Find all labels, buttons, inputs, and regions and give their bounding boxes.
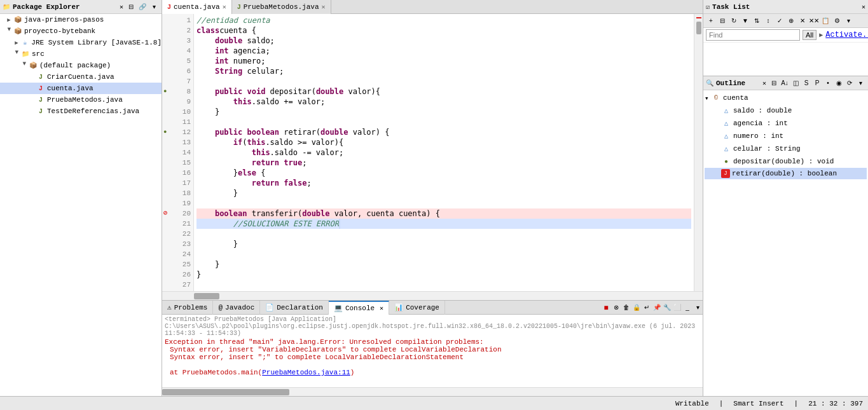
task-check2-btn[interactable]: ⊕ xyxy=(786,16,796,26)
task-view-btn[interactable]: ▾ xyxy=(843,16,853,26)
outline-collapse-btn[interactable]: ⊟ xyxy=(769,78,779,88)
code-line-23: } xyxy=(196,239,691,249)
tab-javadoc[interactable]: @ Javadoc xyxy=(213,301,260,315)
tree-item-default-package[interactable]: ▶ 📦 (default package) xyxy=(0,60,162,71)
task-refresh-btn[interactable]: ↻ xyxy=(729,16,739,26)
task-all-btn[interactable]: All xyxy=(803,30,816,40)
h-scroll-thumb[interactable] xyxy=(194,293,219,299)
link-editor-button[interactable]: 🔗 xyxy=(137,2,148,12)
tab-prueba[interactable]: J PruebaMetodos.java ✕ xyxy=(232,0,331,14)
outline-item-cuenta[interactable]: ▾ © cuenta xyxy=(705,92,867,104)
tree-item-test-referencias[interactable]: J TestDeReferencias.java xyxy=(0,106,162,117)
code-line-27 xyxy=(196,280,691,290)
outline-item-depositar[interactable]: ● depositar(double) : void xyxy=(705,155,867,168)
terminate-button[interactable]: ⊗ xyxy=(611,303,621,313)
task-delall-btn[interactable]: ✕✕ xyxy=(809,16,819,26)
clear-console-button[interactable]: 🗑 xyxy=(621,303,631,313)
outline-sort-btn[interactable]: A↓ xyxy=(780,78,790,88)
package-explorer-close[interactable]: ✕ xyxy=(120,3,123,11)
outline-item-celular[interactable]: △ celular : String xyxy=(705,142,867,155)
tab-console[interactable]: 💻 Console ✕ xyxy=(329,301,389,315)
tree-arrow: ▶ xyxy=(13,50,20,58)
task-filter-btn[interactable]: ▼ xyxy=(740,16,750,26)
horizontal-scrollbar[interactable] xyxy=(162,291,703,300)
console-error-line1: Exception in thread "main" java.lang.Err… xyxy=(165,338,700,346)
tree-item-cuenta[interactable]: J cuenta.java xyxy=(0,83,162,94)
tab-problems[interactable]: ⚠ Problems xyxy=(162,301,213,315)
close-tab-btn[interactable]: ✕ xyxy=(223,3,226,11)
task-settings-btn[interactable]: ⚙ xyxy=(832,16,842,26)
task-find-row: All ▶ Activate... ? xyxy=(703,28,868,43)
outline-toolbar: ⊟ A↓ ◫ S P • ◉ ⟳ ▾ xyxy=(769,78,865,88)
outline-item-agencia[interactable]: △ agencia : int xyxy=(705,117,867,130)
open-console-button[interactable]: 🔧 xyxy=(662,303,672,313)
line-num-20-error: ⊘ 20 xyxy=(162,208,193,219)
console-content: <terminated> PruebaMetodos [Java Applica… xyxy=(162,315,703,387)
outline-close[interactable]: ✕ xyxy=(762,79,766,87)
outline-hide-nonpublic-btn[interactable]: P xyxy=(812,78,822,88)
task-sort-btn[interactable]: ⇅ xyxy=(752,16,762,26)
console-hscrollbar[interactable] xyxy=(162,387,703,396)
tab-cuenta[interactable]: J cuenta.java ✕ xyxy=(162,0,232,14)
minimize-button[interactable]: _ xyxy=(682,303,692,313)
outline-hide-fields-btn[interactable]: ◫ xyxy=(790,78,801,88)
tab-label: PruebaMetodos.java xyxy=(244,3,319,11)
maximize-button[interactable]: ⬜ xyxy=(672,303,682,313)
tab-declaration[interactable]: 📄 Declaration xyxy=(260,301,329,315)
stop-button[interactable]: ■ xyxy=(601,303,611,313)
console-blank-line xyxy=(165,361,700,369)
package-explorer-header: 📁 Package Explorer ✕ ⊟ 🔗 ▾ xyxy=(0,0,162,14)
tab-coverage[interactable]: 📊 Coverage xyxy=(389,301,445,315)
scroll-thumb[interactable] xyxy=(696,22,701,34)
scroll-lock-button[interactable]: 🔒 xyxy=(631,303,642,313)
task-del-btn[interactable]: ✕ xyxy=(797,16,808,26)
view-menu-button[interactable]: ▾ xyxy=(692,303,703,313)
collapse-all-button[interactable]: ⊟ xyxy=(126,2,136,12)
tree-arrow: ▶ xyxy=(13,39,20,46)
line-num: 13 xyxy=(162,137,193,147)
close-tab-btn[interactable]: ✕ xyxy=(322,3,326,11)
outline-dot-btn[interactable]: • xyxy=(823,78,833,88)
tree-item-prueba-metodos[interactable]: J PruebaMetodos.java xyxy=(0,94,162,106)
editor-tabs: J cuenta.java ✕ J PruebaMetodos.java ✕ xyxy=(162,0,703,14)
tree-item-src[interactable]: ▶ 📁 src xyxy=(0,48,162,60)
tree-arrow: ▶ xyxy=(6,27,13,35)
line-num: 7 xyxy=(162,76,193,86)
task-find-input[interactable] xyxy=(706,29,800,41)
word-wrap-button[interactable]: ↵ xyxy=(642,303,652,313)
tree-item-criarcuenta[interactable]: J CriarCuenta.java xyxy=(0,71,162,83)
bottom-panel: ⚠ Problems @ Javadoc 📄 Declaration 💻 Con… xyxy=(162,300,703,396)
code-line-10: } xyxy=(196,107,691,117)
outline-header: 🔍 Outline ✕ ⊟ A↓ ◫ S P • ◉ ⟳ ▾ xyxy=(703,76,868,90)
tree-label: proyecto-bytebank xyxy=(24,27,95,35)
tree-item-jre[interactable]: ▶ ☕ JRE System Library [JavaSE-1.8] xyxy=(0,37,162,48)
task-collapse-btn[interactable]: ⊟ xyxy=(717,16,727,26)
outline-hide-btn[interactable]: ◉ xyxy=(834,78,844,88)
task-activate-link[interactable]: Activate... xyxy=(825,31,868,39)
outline-field-icon: △ xyxy=(721,131,731,141)
console-link[interactable]: PruebaMetodos.java:11 xyxy=(262,369,350,376)
code-content[interactable]: //entidad cuenta class cuenta { double s… xyxy=(194,14,694,291)
task-sort2-btn[interactable]: ↕ xyxy=(763,16,773,26)
task-new-btn[interactable]: + xyxy=(706,16,716,26)
outline-error-method-icon: J xyxy=(721,169,730,178)
close-console-btn[interactable]: ✕ xyxy=(380,304,383,312)
tree-item-java-primeros-pasos[interactable]: ▶ 📦 java-primeros-pasos xyxy=(0,14,162,25)
project-icon: 📦 xyxy=(13,26,23,36)
task-list-close[interactable]: ✕ xyxy=(862,3,865,11)
pin-console-button[interactable]: 📌 xyxy=(652,303,662,313)
console-scroll-thumb[interactable] xyxy=(162,389,289,395)
task-list-panel: ☑ Task List ✕ + ⊟ ↻ ▼ ⇅ ↕ ✓ ⊕ ✕ ✕✕ 📋 ⚙ xyxy=(703,0,868,76)
task-check-btn[interactable]: ✓ xyxy=(775,16,785,26)
outline-item-retirar[interactable]: J retirar(double) : boolean xyxy=(705,168,867,179)
outline-item-saldo[interactable]: △ saldo : double xyxy=(705,104,867,117)
view-menu-button[interactable]: ▾ xyxy=(149,2,159,12)
tree-item-proyecto-bytebank[interactable]: ▶ 📦 proyecto-bytebank xyxy=(0,25,162,37)
project-icon: 📦 xyxy=(13,15,23,25)
outline-hide-static-btn[interactable]: S xyxy=(801,78,811,88)
task-copy-btn[interactable]: 📋 xyxy=(820,16,830,26)
outline-sync-btn[interactable]: ⟳ xyxy=(844,78,855,88)
bottom-tabs: ⚠ Problems @ Javadoc 📄 Declaration 💻 Con… xyxy=(162,301,703,315)
outline-item-numero[interactable]: △ numero : int xyxy=(705,130,867,142)
outline-view-btn[interactable]: ▾ xyxy=(855,78,865,88)
